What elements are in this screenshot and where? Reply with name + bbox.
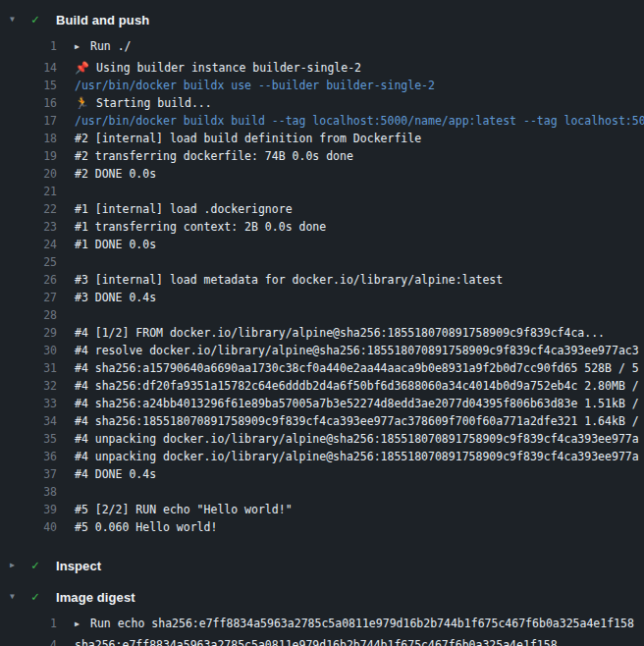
line-text-content: #4 sha256:a15790640a6690aa1730c38cf0a440… [75, 361, 639, 375]
line-text: #4 sha256:a24bb4013296f61e89ba57005a7b3e… [75, 395, 639, 412]
line-text-content: /usr/bin/docker buildx build --tag local… [75, 114, 644, 128]
workflow-log: ▼✓Build and push1▶Run ./14📌Using builder… [0, 0, 644, 646]
line-text-content: #4 unpacking docker.io/library/alpine@sh… [75, 450, 639, 463]
line-number[interactable]: 37 [0, 465, 57, 483]
line-number[interactable]: 14 [0, 59, 57, 77]
line-text-content: Using builder instance builder-single-2 [96, 61, 361, 75]
log-line: 24#1 DONE 0.0s [0, 236, 644, 253]
line-text: sha256:e7ff8834a5963a2785c5a0811e979d16b… [75, 636, 558, 646]
line-text: #2 transferring dockerfile: 74B 0.0s don… [75, 147, 353, 165]
log-line: 23#1 transferring context: 2B 0.0s done [0, 218, 644, 236]
line-text: #1 DONE 0.0s [75, 236, 156, 253]
expand-group-icon[interactable]: ▶ [75, 616, 90, 632]
line-number[interactable]: 22 [0, 200, 57, 218]
log-line: 33#4 sha256:a24bb4013296f61e89ba57005a7b… [0, 395, 644, 412]
line-number[interactable]: 16 [0, 94, 57, 112]
log-line: 4sha256:e7ff8834a5963a2785c5a0811e979d16… [0, 636, 644, 646]
line-text: #1 transferring context: 2B 0.0s done [75, 218, 326, 236]
line-number[interactable]: 18 [0, 130, 57, 147]
line-text: #3 [internal] load metadata for docker.i… [75, 271, 503, 289]
log-line: 20#2 DONE 0.0s [0, 165, 644, 183]
line-text-content: #4 unpacking docker.io/library/alpine@sh… [75, 432, 639, 446]
line-number[interactable]: 26 [0, 271, 57, 289]
line-number[interactable]: 15 [0, 77, 57, 94]
line-number[interactable]: 35 [0, 430, 57, 448]
success-check-icon: ✓ [31, 8, 56, 31]
line-number[interactable]: 28 [0, 306, 57, 324]
section-body-build-and-push: 1▶Run ./14📌Using builder instance builde… [0, 31, 644, 546]
section-header-build-and-push[interactable]: ▼✓Build and push [0, 8, 644, 31]
line-number[interactable]: 4 [0, 636, 57, 646]
section-title: Image digest [56, 590, 135, 605]
line-number[interactable]: 23 [0, 218, 57, 236]
section-title: Inspect [56, 559, 101, 573]
line-text-content: /usr/bin/docker buildx use --builder bui… [75, 79, 435, 92]
line-number[interactable]: 30 [0, 342, 57, 359]
line-number[interactable]: 33 [0, 395, 57, 412]
line-number[interactable]: 1 [0, 615, 57, 632]
line-number[interactable]: 19 [0, 147, 57, 165]
line-text: #4 sha256:185518070891758909c9f839cf4ca3… [75, 412, 639, 430]
chevron-down-icon[interactable]: ▼ [10, 585, 31, 609]
line-number[interactable]: 20 [0, 165, 57, 183]
line-text-content: #2 DONE 0.0s [75, 167, 156, 181]
line-text-content: #3 DONE 0.4s [75, 291, 156, 304]
line-number[interactable]: 34 [0, 412, 57, 430]
line-text-content: #4 sha256:a24bb4013296f61e89ba57005a7b3e… [75, 397, 639, 410]
line-number[interactable]: 1 [0, 37, 57, 55]
line-number[interactable]: 27 [0, 289, 57, 306]
log-line: 36#4 unpacking docker.io/library/alpine@… [0, 448, 644, 465]
line-text-content: #1 DONE 0.0s [75, 238, 156, 251]
line-number[interactable]: 21 [0, 183, 57, 200]
line-text: #2 [internal] load build definition from… [75, 130, 421, 147]
runner-icon: 🏃 [75, 94, 89, 112]
line-number[interactable]: 25 [0, 253, 57, 271]
chevron-down-icon[interactable]: ▼ [10, 8, 31, 31]
log-line: 30#4 resolve docker.io/library/alpine@sh… [0, 342, 644, 359]
line-text: #4 sha256:df20fa9351a15782c64e6dddb2d4a6… [75, 377, 639, 395]
success-check-icon: ✓ [31, 585, 56, 609]
line-number[interactable]: 29 [0, 324, 57, 342]
log-line: 38 [0, 483, 644, 501]
expand-group-icon[interactable]: ▶ [75, 38, 90, 55]
log-line: 25 [0, 253, 644, 271]
line-text-content: Run ./ [90, 39, 132, 53]
line-text: #4 unpacking docker.io/library/alpine@sh… [75, 430, 639, 448]
log-line: 40#5 0.060 Hello world! [0, 518, 644, 536]
line-text: 🏃Starting build... [75, 94, 212, 112]
log-line: 18#2 [internal] load build definition fr… [0, 130, 644, 147]
line-number[interactable]: 38 [0, 483, 57, 501]
chevron-right-icon[interactable]: ▶ [10, 554, 31, 577]
line-text-content: #4 resolve docker.io/library/alpine@sha2… [75, 344, 639, 357]
line-text-content: sha256:e7ff8834a5963a2785c5a0811e979d16b… [75, 638, 558, 646]
section-body-image-digest: 1▶Run echo sha256:e7ff8834a5963a2785c5a0… [0, 609, 644, 646]
log-line: 29#4 [1/2] FROM docker.io/library/alpine… [0, 324, 644, 342]
log-line: 26#3 [internal] load metadata for docker… [0, 271, 644, 289]
line-number[interactable]: 17 [0, 112, 57, 130]
line-number[interactable]: 31 [0, 359, 57, 377]
log-section-inspect: ▶✓Inspect [0, 554, 644, 577]
line-number[interactable]: 24 [0, 236, 57, 253]
pushpin-icon: 📌 [75, 59, 89, 77]
line-number[interactable]: 32 [0, 377, 57, 395]
section-header-inspect[interactable]: ▶✓Inspect [0, 554, 644, 577]
line-text: 📌Using builder instance builder-single-2 [75, 59, 361, 77]
line-number[interactable]: 36 [0, 448, 57, 465]
log-line: 39#5 [2/2] RUN echo "Hello world!" [0, 501, 644, 518]
line-text-content: Starting build... [96, 96, 212, 110]
line-text-content: #4 DONE 0.4s [75, 467, 156, 481]
log-line: 14📌Using builder instance builder-single… [0, 59, 644, 77]
line-text-content: #1 transferring context: 2B 0.0s done [75, 220, 326, 234]
log-line: 34#4 sha256:185518070891758909c9f839cf4c… [0, 412, 644, 430]
log-line: 28 [0, 306, 644, 324]
line-number[interactable]: 40 [0, 518, 57, 536]
line-text-content: #1 [internal] load .dockerignore [75, 202, 293, 216]
line-text-content: #4 sha256:185518070891758909c9f839cf4ca3… [75, 414, 639, 428]
line-text: #3 DONE 0.4s [75, 289, 156, 306]
line-number[interactable]: 39 [0, 501, 57, 518]
log-line: 15/usr/bin/docker buildx use --builder b… [0, 77, 644, 94]
line-text-content: #4 sha256:df20fa9351a15782c64e6dddb2d4a6… [75, 379, 639, 393]
line-text-content: #2 [internal] load build definition from… [75, 132, 421, 145]
log-line: 31#4 sha256:a15790640a6690aa1730c38cf0a4… [0, 359, 644, 377]
section-header-image-digest[interactable]: ▼✓Image digest [0, 585, 644, 609]
